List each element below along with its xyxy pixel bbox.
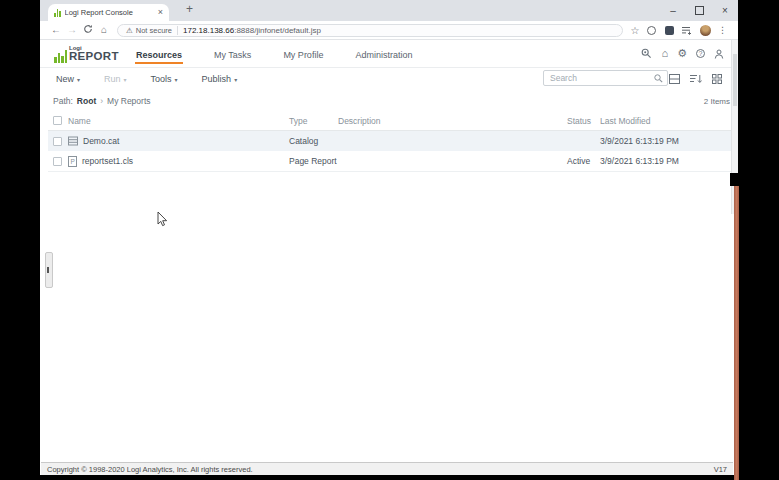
maximize-button[interactable] — [686, 0, 712, 21]
table-row[interactable]: P reportset1.cls Page Report Active 3/9/… — [48, 151, 733, 172]
table-row[interactable]: Demo.cat Catalog 3/9/2021 6:13:19 PM — [48, 131, 733, 151]
extensions-puzzle-icon[interactable] — [665, 26, 674, 35]
browser-menu-icon[interactable]: ⋮ — [718, 25, 727, 35]
screen-edge-artifact — [730, 173, 739, 186]
tab-title: Logi Report Console — [65, 8, 154, 17]
logo-main-text: REPORT — [69, 51, 119, 63]
logo-bars-icon — [54, 50, 67, 63]
cell-last-modified: 3/9/2021 6:13:19 PM — [600, 156, 733, 166]
breadcrumb-root-link[interactable]: Root — [77, 96, 96, 106]
footer: Copyright © 1998-2020 Logi Analytics, In… — [41, 462, 733, 475]
report-name-link[interactable]: reportset1.cls — [82, 156, 133, 166]
logi-favicon-icon — [54, 9, 61, 17]
gear-icon[interactable]: ⚙ — [677, 48, 687, 59]
new-menu-button[interactable]: New▾ — [56, 74, 80, 84]
browser-profile-avatar[interactable] — [700, 25, 711, 36]
extension-circle-icon[interactable] — [647, 26, 656, 35]
url-bar[interactable]: ⚠ Not secure 172.18.138.66:8888/jinfonet… — [117, 24, 623, 37]
not-secure-warning-icon: ⚠ — [126, 26, 133, 35]
logi-report-logo: Logi REPORT — [54, 45, 119, 63]
security-label: Not secure — [136, 26, 172, 35]
grid-view-icon[interactable] — [712, 70, 722, 88]
reading-list-icon[interactable] — [682, 26, 692, 35]
select-all-checkbox[interactable] — [53, 116, 62, 125]
minimize-button[interactable]: – — [660, 0, 686, 21]
chevron-down-icon: ▾ — [175, 76, 178, 83]
cell-last-modified: 3/9/2021 6:13:19 PM — [600, 136, 733, 146]
version-label: V17 — [714, 465, 727, 474]
column-header-name: Name — [68, 116, 289, 126]
table-header-row: Name Type Description Status Last Modifi… — [48, 111, 733, 131]
breadcrumb-current: My Reports — [107, 96, 150, 106]
tools-menu-button[interactable]: Tools▾ — [151, 74, 178, 84]
view-toggle-icons — [669, 67, 722, 91]
row-checkbox[interactable] — [53, 137, 62, 146]
logi-report-console-page: Logi REPORT Resources My Tasks My Profil… — [40, 40, 738, 475]
close-button[interactable]: × — [712, 0, 738, 21]
row-checkbox[interactable] — [53, 157, 62, 166]
help-icon[interactable]: ? — [696, 49, 705, 58]
refresh-icon[interactable] — [80, 24, 96, 36]
publish-menu-button[interactable]: Publish▾ — [202, 74, 238, 84]
sort-icon[interactable] — [690, 70, 702, 88]
chevron-down-icon: ▾ — [234, 76, 237, 83]
svg-text:P: P — [71, 158, 75, 165]
scrollbar-thumb[interactable] — [733, 54, 737, 106]
column-header-description: Description — [338, 116, 567, 126]
browser-address-bar: ← → ⌂ ⚠ Not secure 172.18.138.66:8888/ji… — [40, 21, 738, 40]
cell-status: Active — [567, 156, 600, 166]
tab-close-icon[interactable]: × — [158, 8, 163, 17]
items-count: 2 Items — [704, 91, 730, 111]
column-header-type: Type — [289, 116, 338, 126]
url-path: :8888/jinfonet/default.jsp — [234, 26, 321, 35]
window-controls: – × — [660, 0, 738, 21]
tab-administration[interactable]: Administration — [354, 44, 413, 64]
search-input[interactable] — [544, 73, 654, 83]
tab-my-profile[interactable]: My Profile — [282, 44, 324, 64]
chevron-down-icon: ▾ — [77, 76, 80, 83]
screen: Logi Report Console × + – × ← → ⌂ ⚠ Not … — [0, 0, 779, 480]
panel-collapse-handle[interactable] — [45, 252, 53, 288]
search-icon — [654, 74, 663, 83]
report-name-link[interactable]: Demo.cat — [83, 136, 119, 146]
url-divider — [177, 26, 178, 35]
mouse-cursor — [157, 211, 169, 228]
header-icons: ⌂ ⚙ ? — [641, 40, 724, 67]
chevron-down-icon: ▾ — [124, 76, 127, 83]
new-tab-button[interactable]: + — [186, 2, 193, 16]
column-header-last-modified: Last Modified — [600, 116, 733, 126]
copyright-text: Copyright © 1998-2020 Logi Analytics, In… — [47, 465, 253, 474]
column-header-status: Status — [567, 116, 600, 126]
catalog-icon — [68, 136, 78, 146]
back-icon[interactable]: ← — [48, 25, 64, 35]
browser-tab[interactable]: Logi Report Console × — [48, 4, 169, 21]
maximize-icon — [695, 6, 704, 15]
page-report-icon: P — [68, 156, 77, 167]
tab-my-tasks[interactable]: My Tasks — [213, 44, 252, 64]
url-text: 172.18.138.66:8888/jinfonet/default.jsp — [183, 26, 321, 35]
main-nav: Resources My Tasks My Profile Administra… — [135, 40, 413, 67]
app-header: Logi REPORT Resources My Tasks My Profil… — [40, 40, 738, 68]
breadcrumb-prefix: Path: — [53, 96, 73, 106]
browser-home-icon[interactable]: ⌂ — [96, 25, 112, 35]
detail-view-icon[interactable] — [669, 70, 680, 88]
run-menu-button: Run▾ — [104, 74, 127, 84]
url-host: 172.18.138.66 — [183, 26, 234, 35]
forward-icon[interactable]: → — [64, 25, 80, 35]
browser-window: Logi Report Console × + – × ← → ⌂ ⚠ Not … — [40, 0, 738, 475]
tab-resources[interactable]: Resources — [135, 44, 183, 64]
cell-type: Page Report — [289, 156, 338, 166]
breadcrumb-separator-icon: › — [100, 96, 103, 106]
bookmark-star-icon[interactable]: ☆ — [628, 25, 642, 36]
screen-edge-strip — [734, 186, 739, 480]
breadcrumb: Path: Root › My Reports — [53, 91, 151, 111]
home-icon[interactable]: ⌂ — [661, 48, 668, 59]
toolbar: New▾ Run▾ Tools▾ Publish▾ — [40, 67, 738, 91]
toolbar-menus: New▾ Run▾ Tools▾ Publish▾ — [56, 67, 237, 91]
cell-type: Catalog — [289, 136, 338, 146]
browser-tab-strip: Logi Report Console × + – × — [40, 0, 738, 21]
profile-icon[interactable] — [714, 45, 724, 63]
reports-table: Name Type Description Status Last Modifi… — [48, 111, 733, 172]
advanced-search-icon[interactable] — [641, 45, 652, 63]
search-box — [543, 70, 668, 86]
